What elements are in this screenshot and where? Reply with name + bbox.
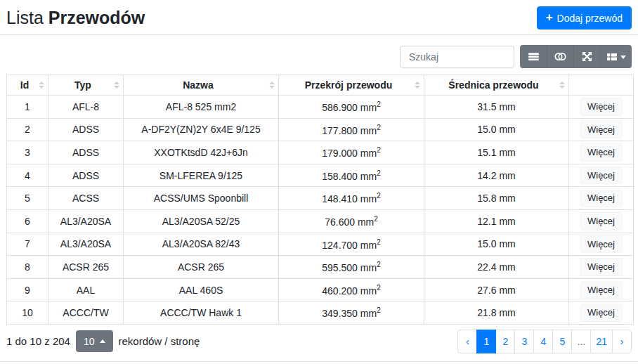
cell-actions: Więcej [569,278,634,301]
cell-actions: Więcej [569,118,634,141]
sort-icon [39,82,44,89]
card-view-toggle-button[interactable] [547,45,573,68]
table-row: 9 AAL AAL 460S 460.200 mm2 27.6 mm Więce… [7,278,634,301]
plus-icon: + [546,11,553,23]
table-row: 2 ADSS A-DF2Y(ZN)2Y 6x4E 9/125 177.800 m… [7,118,634,141]
cell-srednica: 22.4 mm [424,256,569,279]
cell-id: 5 [7,187,48,210]
cell-actions: Więcej [569,187,634,210]
column-header-przekroj-label: Przekrój przewodu [305,79,392,91]
conductor-table: Id Typ Nazwa Przekrój przewodu Średnica … [6,74,634,325]
cell-srednica: 14.2 mm [424,164,569,187]
column-header-typ[interactable]: Typ [48,75,124,96]
card-view-toggle-icon [554,51,567,62]
page-header: Lista Przewodów + Dodaj przewód [0,0,638,30]
sort-icon [415,82,420,89]
cell-typ: AL3/A20SA [48,233,124,256]
cell-nazwa: AL3/A20SA 52/25 [124,209,279,233]
add-conductor-label: Dodaj przewód [557,13,623,23]
more-button[interactable]: Więcej [580,98,623,116]
cell-srednica: 15.8 mm [424,187,569,210]
cell-przekroj: 595.500 mm2 [279,256,424,279]
cell-przekroj: 124.700 mm2 [279,233,424,256]
columns-icon [606,52,618,62]
cell-id: 10 [7,301,48,325]
cell-id: 2 [7,118,48,141]
pagination-switch-button[interactable] [520,45,547,68]
cell-typ: AAL [48,278,124,301]
table-row: 6 AL3/A20SA AL3/A20SA 52/25 76.600 mm2 1… [7,209,634,233]
more-button[interactable]: Więcej [580,281,623,299]
cell-typ: AFL-8 [48,96,124,119]
cell-przekroj: 177.800 mm2 [279,118,424,141]
more-button[interactable]: Więcej [580,304,623,322]
page-size-dropdown[interactable]: 10 [76,330,113,352]
cell-przekroj: 586.900 mm2 [279,96,424,119]
cell-typ: ACSS [48,187,124,210]
column-header-id[interactable]: Id [7,75,48,96]
more-button[interactable]: Więcej [580,189,623,207]
page-size-value: 10 [84,336,95,347]
search-input[interactable] [400,46,514,68]
next-page-button[interactable]: › [612,330,632,353]
cell-srednica: 12.1 mm [424,209,569,233]
cell-typ: ACSR 265 [48,256,124,279]
cell-actions: Więcej [569,164,634,187]
sort-icon [559,82,565,89]
more-button[interactable]: Więcej [580,235,623,254]
table-row: 3 ADSS XXOTKtsdD 42J+6Jn 179.000 mm2 15.… [7,141,634,164]
fullscreen-button[interactable] [573,45,600,68]
column-header-nazwa-label: Nazwa [183,79,214,91]
page-4-button[interactable]: 4 [533,330,553,353]
table-row: 5 ACSS ACSS/UMS Spoonbill 148.410 mm2 15… [7,187,634,210]
chevron-down-icon [620,56,626,59]
cell-nazwa: ACCC/TW Hawk 1 [124,301,279,325]
table-header-row: Id Typ Nazwa Przekrój przewodu Średnica … [7,75,634,96]
page-title-bold: Przewodów [48,8,145,27]
cell-id: 8 [7,256,48,279]
cell-typ: ADSS [48,164,124,187]
more-button[interactable]: Więcej [580,121,623,139]
page-1-button[interactable]: 1 [476,330,496,353]
cell-przekroj: 349.350 mm2 [279,301,424,325]
column-header-przekroj[interactable]: Przekrój przewodu [279,75,424,96]
sort-icon [269,82,275,89]
cell-srednica: 15.1 mm [424,141,569,164]
sort-icon [114,82,119,89]
records-per-page-label: rekordów / stronę [119,335,200,347]
more-button[interactable]: Więcej [580,143,623,162]
page-2-button[interactable]: 2 [495,330,515,353]
column-header-srednica[interactable]: Średnica przewodu [424,75,569,96]
more-button[interactable]: Więcej [580,212,623,230]
cell-nazwa: AFL-8 525 mm2 [124,96,279,119]
cell-actions: Więcej [569,233,634,256]
columns-dropdown-button[interactable] [600,45,632,68]
pagination-switch-icon [528,51,539,62]
cell-srednica: 31.5 mm [424,96,569,119]
fullscreen-icon [582,51,592,62]
add-conductor-button[interactable]: + Dodaj przewód [537,6,632,30]
pagination-summary: 1 do 10 z 204 10 rekordów / stronę [6,330,200,352]
page-21-button[interactable]: 21 [590,330,613,353]
cell-id: 9 [7,278,48,301]
more-button[interactable]: Więcej [580,258,623,276]
cell-typ: ADSS [48,141,124,164]
cell-przekroj: 148.410 mm2 [279,187,424,210]
page-3-button[interactable]: 3 [514,330,534,353]
cell-id: 7 [7,233,48,256]
pagination: ‹ 1 2 3 4 5 ... 21 › [457,330,632,353]
cell-id: 6 [7,209,48,233]
cell-nazwa: ACSR 265 [124,256,279,279]
page-5-button[interactable]: 5 [552,330,572,353]
prev-page-button[interactable]: ‹ [457,330,477,353]
cell-typ: AL3/A20SA [48,209,124,233]
column-header-id-label: Id [20,79,29,91]
column-header-actions [569,75,634,96]
cell-actions: Więcej [569,301,634,325]
cell-srednica: 15.0 mm [424,118,569,141]
column-header-nazwa[interactable]: Nazwa [124,75,279,96]
cell-typ: ACCC/TW [48,301,124,325]
cell-nazwa: AAL 460S [124,278,279,301]
more-button[interactable]: Więcej [580,167,623,185]
toolbar-button-group [520,45,632,68]
